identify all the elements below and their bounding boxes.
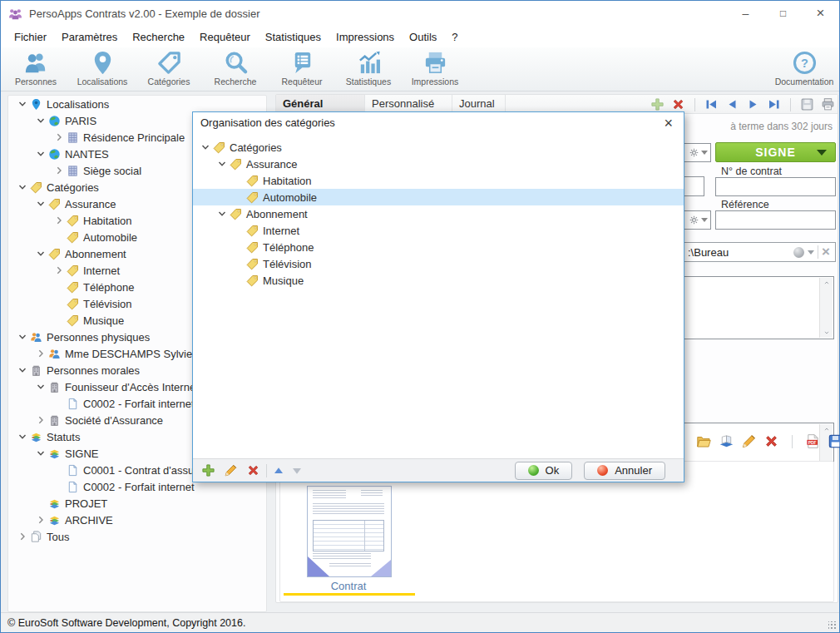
delete-icon[interactable] [763,433,779,449]
minimize-button[interactable]: – [727,2,764,26]
expand-chevron-icon[interactable] [216,208,228,220]
contract-number-input[interactable] [715,177,836,196]
add-category-icon[interactable] [201,463,215,477]
expand-chevron-icon[interactable] [53,265,65,276]
ok-button[interactable]: Ok [515,462,573,480]
maximize-button[interactable]: □ [764,2,802,26]
menu-item-fichier[interactable]: Fichier [7,28,54,46]
expand-chevron-icon[interactable] [216,158,228,170]
toolbar-item-catégories[interactable]: Catégories [136,50,202,87]
delete-icon[interactable] [671,97,685,111]
chevron-down-icon[interactable] [808,250,814,255]
expand-chevron-icon[interactable] [35,414,47,426]
expand-chevron-icon[interactable] [53,165,65,176]
expand-chevron-icon[interactable] [53,131,65,143]
menu-item-?[interactable]: ? [444,28,465,46]
toolbar-item-localisations[interactable]: Localisations [69,50,136,87]
expand-chevron-icon[interactable] [35,348,47,359]
move-down-icon[interactable] [291,465,303,477]
close-button[interactable]: × [802,2,839,26]
expand-chevron-icon[interactable] [17,181,28,193]
tag-icon [213,141,225,154]
menu-item-statistiques[interactable]: Statistiques [258,28,329,46]
expand-chevron-icon[interactable] [35,148,47,160]
print-icon[interactable] [821,97,835,111]
pin-icon [30,98,42,111]
globe-icon [48,148,61,161]
expand-chevron-icon[interactable] [17,531,28,542]
tree-item-internet[interactable]: Internet [193,222,684,239]
tree-item-tous[interactable]: Tous [8,528,266,545]
expand-chevron-icon[interactable] [17,431,28,443]
tree-item-automobile[interactable]: Automobile [193,189,684,205]
expand-chevron-icon[interactable] [35,514,47,526]
edit-pencil-icon[interactable] [741,433,757,449]
toolbar-item-recherche[interactable]: Recherche [202,50,269,87]
toolbar-item-statistiques[interactable]: Statistiques [335,50,402,87]
prev-icon[interactable] [725,97,739,111]
tree-item-habitation[interactable]: Habitation [193,172,684,189]
pdf-icon[interactable] [805,433,821,449]
tree-item-projet[interactable]: PROJET [8,495,266,512]
tree-item-localisations[interactable]: Localisations [8,96,266,112]
tree-item-abonnement[interactable]: Abonnement [193,205,684,222]
menu-item-paramtres[interactable]: Paramètres [54,28,125,46]
expand-chevron-icon[interactable] [35,381,47,393]
status-dropdown-button[interactable]: SIGNE [715,142,836,162]
reference-input[interactable] [715,210,836,230]
toolbar-item-label: Statistiques [346,77,391,87]
chev-down-icon [216,158,228,170]
tab-personnalis[interactable]: Personnalisé [365,95,452,113]
tree-item-archive[interactable]: ARCHIVE [8,512,266,528]
dialog-close-icon[interactable]: × [660,116,676,131]
scroll-up-icon[interactable] [823,426,831,433]
open-folder-icon[interactable] [696,433,712,449]
scan-icon[interactable] [719,433,734,449]
tab-journal[interactable]: Journal [452,95,506,113]
browse-sphere-icon[interactable] [793,247,804,258]
menu-item-requteur[interactable]: Requêteur [192,28,258,46]
tab-gnral[interactable]: Général [276,95,365,113]
expand-chevron-icon[interactable] [35,448,47,459]
last-icon[interactable] [767,97,781,111]
menu-item-recherche[interactable]: Recherche [125,28,192,46]
expand-chevron-icon[interactable] [200,141,211,153]
save-disk-icon[interactable] [828,433,840,449]
notes-textarea[interactable] [675,276,834,339]
toolbar-item-personnes[interactable]: Personnes [2,50,69,87]
expand-chevron-icon[interactable] [17,364,28,376]
delete-category-icon[interactable] [246,463,260,477]
expand-chevron-icon[interactable] [53,215,65,226]
move-up-icon[interactable] [273,465,284,477]
clear-path-icon[interactable]: × [822,245,830,259]
first-icon[interactable] [704,97,719,111]
tree-item-t-l-phone[interactable]: Téléphone [193,239,684,255]
save-icon[interactable] [800,97,814,111]
cancel-button[interactable]: Annuler [584,462,665,480]
document-path-field[interactable]: :\Bureau × [675,242,836,262]
next-icon[interactable] [746,97,760,111]
menu-item-outils[interactable]: Outils [402,28,444,46]
scroll-up-icon[interactable] [823,279,831,286]
menu-item-impressions[interactable]: Impressions [329,28,402,46]
toolbar-item-requêteur[interactable]: Requêteur [269,50,335,87]
scroll-down-icon[interactable] [823,329,831,336]
expand-chevron-icon[interactable] [17,331,28,343]
tree-item-t-l-vision[interactable]: Télévision [193,255,684,272]
edit-category-icon[interactable] [224,463,238,477]
expand-chevron-icon[interactable] [17,98,28,110]
resize-grip[interactable] [828,621,837,630]
attachment-thumbnail[interactable] [307,486,392,577]
toolbar-item-documentation[interactable]: Documentation [771,50,838,87]
add-icon[interactable] [650,97,665,111]
chev-right-icon [53,165,65,176]
expand-chevron-icon[interactable] [35,115,47,126]
toolbar-item-impressions[interactable]: Impressions [402,50,468,87]
tree-item-musique[interactable]: Musique [193,272,684,289]
tree-item-cat-gories[interactable]: Catégories [193,139,684,156]
scrollbar[interactable] [819,278,833,338]
tree-item-assurance[interactable]: Assurance [193,156,684,172]
chev-right-icon [53,215,65,226]
expand-chevron-icon[interactable] [35,198,47,210]
expand-chevron-icon[interactable] [35,248,47,260]
